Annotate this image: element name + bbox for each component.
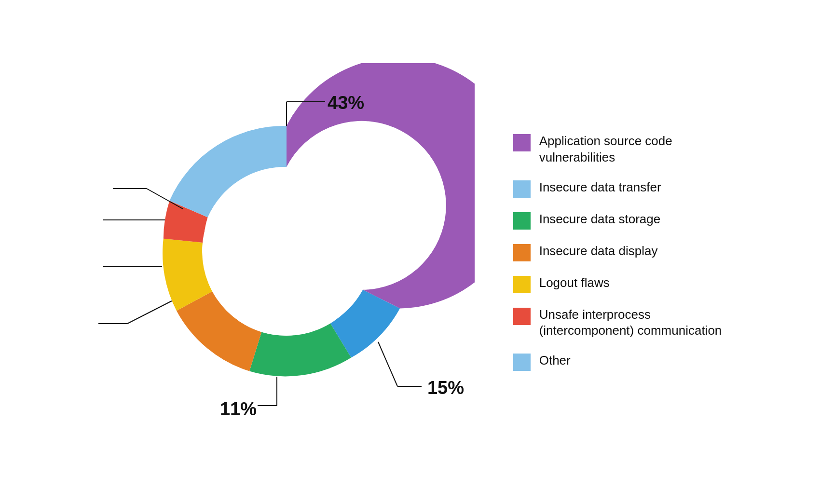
legend-color-insecure-storage (513, 212, 531, 230)
label-11: 11% (220, 399, 257, 419)
donut-hole (202, 167, 371, 336)
legend-color-app-source (513, 134, 531, 151)
legend-label-logout: Logout flaws (539, 275, 610, 291)
legend-color-logout (513, 276, 531, 293)
label-43: 43% (328, 93, 364, 113)
legend-item-insecure-storage: Insecure data storage (513, 211, 722, 230)
legend-label-unsafe-ipc: Unsafe interprocess(intercomponent) comm… (539, 307, 722, 340)
legend-color-unsafe-ipc (513, 308, 531, 325)
legend-label-insecure-display: Insecure data display (539, 243, 658, 259)
legend-item-unsafe-ipc: Unsafe interprocess(intercomponent) comm… (513, 307, 722, 340)
legend-item-insecure-transfer: Insecure data transfer (513, 179, 722, 198)
label-line-10 (127, 301, 172, 324)
legend-item-logout: Logout flaws (513, 275, 722, 293)
legend-label-app-source: Application source codevulnerabilities (539, 133, 672, 166)
legend-item-app-source: Application source codevulnerabilities (513, 133, 722, 166)
label-15: 15% (427, 378, 464, 398)
label-line-15 (378, 342, 397, 386)
chart-legend: Application source codevulnerabilities I… (513, 133, 722, 371)
legend-label-insecure-storage: Insecure data storage (539, 211, 661, 228)
legend-item-other: Other (513, 353, 722, 371)
chart-container: 43% 7% 6% 8% 10% 11% 15% (0, 0, 820, 504)
donut-chart: 43% 7% 6% 8% 10% 11% 15% (98, 63, 475, 439)
legend-label-other: Other (539, 353, 571, 369)
legend-color-other (513, 354, 531, 371)
legend-item-insecure-display: Insecure data display (513, 243, 722, 261)
legend-label-insecure-transfer: Insecure data transfer (539, 179, 661, 196)
legend-color-insecure-transfer (513, 180, 531, 198)
legend-color-insecure-display (513, 244, 531, 261)
